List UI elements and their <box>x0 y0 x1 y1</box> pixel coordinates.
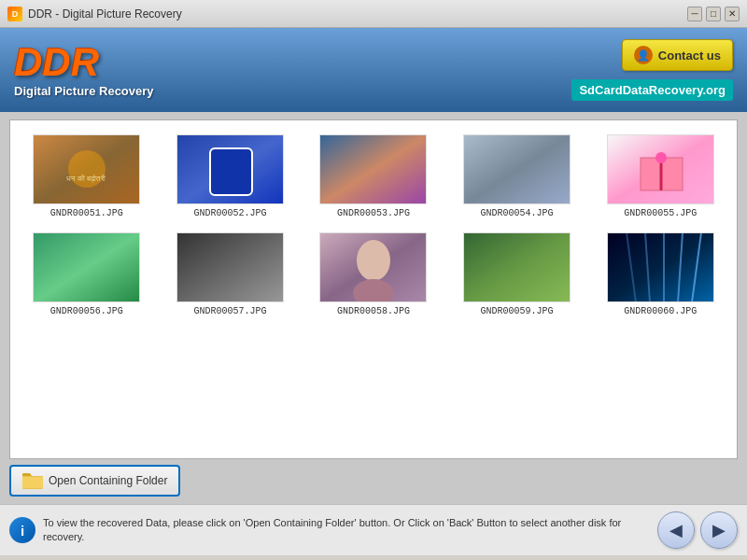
status-bar: i To view the recovered Data, please cli… <box>0 504 747 555</box>
open-folder-label: Open Containing Folder <box>49 474 167 487</box>
thumbnail-image <box>34 232 139 302</box>
info-icon: i <box>9 517 35 543</box>
thumbnail-image <box>608 232 713 302</box>
thumbnail-label: GNDR00054.JPG <box>481 208 554 218</box>
gallery-item[interactable]: धन की बढ़ोतरीGNDR00051.JPG <box>20 134 154 218</box>
window-title: DDR - Digital Picture Recovery <box>28 7 182 21</box>
thumbnail-image <box>320 134 426 204</box>
svg-rect-16 <box>464 232 570 302</box>
contact-button[interactable]: 👤 Contact us <box>622 39 733 71</box>
header: DDR Digital Picture Recovery 👤 Contact u… <box>0 28 747 112</box>
website-badge: SdCardDataRecovery.org <box>571 79 733 101</box>
thumbnail-image <box>177 134 283 204</box>
minimize-button[interactable]: ─ <box>687 7 702 21</box>
ddr-logo: DDR <box>14 43 154 82</box>
svg-rect-5 <box>320 134 426 204</box>
thumbnail-wrapper <box>33 232 140 302</box>
thumbnail-label: GNDR00057.JPG <box>193 306 266 316</box>
svg-point-10 <box>655 152 667 163</box>
app-subtitle: Digital Picture Recovery <box>14 84 154 98</box>
thumbnail-label: GNDR00051.JPG <box>50 208 123 218</box>
svg-text:धन की बढ़ोतरी: धन की बढ़ोतरी <box>66 174 106 183</box>
gallery-grid: धन की बढ़ोतरीGNDR00051.JPGGNDR00052.JPGG… <box>20 134 727 316</box>
thumbnail-wrapper <box>176 232 284 302</box>
thumbnail-wrapper <box>607 134 714 204</box>
svg-point-14 <box>357 240 390 281</box>
folder-icon <box>22 472 43 489</box>
header-left: DDR Digital Picture Recovery <box>14 43 154 98</box>
app-icon: D <box>7 7 22 21</box>
svg-rect-4 <box>210 148 252 195</box>
thumbnail-image <box>464 134 570 204</box>
title-bar-left: D DDR - Digital Picture Recovery <box>7 7 182 21</box>
gallery-item[interactable]: GNDR00052.JPG <box>163 134 298 218</box>
gallery-panel: धन की बढ़ोतरीGNDR00051.JPGGNDR00052.JPGG… <box>9 119 738 459</box>
close-button[interactable]: ✕ <box>725 7 740 21</box>
thumbnail-label: GNDR00059.JPG <box>481 306 554 316</box>
gallery-item[interactable]: GNDR00053.JPG <box>306 134 441 218</box>
gallery-item[interactable]: GNDR00055.JPG <box>593 134 727 218</box>
gallery-scroll-area[interactable]: धन की बढ़ोतरीGNDR00051.JPGGNDR00052.JPGG… <box>10 120 737 458</box>
thumbnail-wrapper <box>463 232 571 302</box>
thumbnail-wrapper <box>176 134 284 204</box>
thumbnail-label: GNDR00056.JPG <box>50 306 123 316</box>
gallery-item[interactable]: GNDR00058.JPG <box>306 232 441 316</box>
back-icon: ◀ <box>669 520 683 540</box>
open-folder-button[interactable]: Open Containing Folder <box>9 465 180 497</box>
maximize-button[interactable]: □ <box>706 7 721 21</box>
header-right: 👤 Contact us SdCardDataRecovery.org <box>571 39 733 101</box>
contact-icon: 👤 <box>634 46 653 64</box>
gallery-item[interactable]: GNDR00057.JPG <box>163 232 298 316</box>
thumbnail-image: धन की बढ़ोतरी <box>34 134 139 204</box>
thumbnail-label: GNDR00060.JPG <box>624 306 697 316</box>
nav-buttons: ◀ ▶ <box>657 511 738 549</box>
thumbnail-wrapper: धन की बढ़ोतरी <box>33 134 140 204</box>
svg-rect-12 <box>177 232 283 302</box>
bottom-toolbar: Open Containing Folder <box>9 465 738 497</box>
thumbnail-image <box>464 232 570 302</box>
thumbnail-wrapper <box>319 134 427 204</box>
thumbnail-image <box>177 232 283 302</box>
thumbnail-label: GNDR00053.JPG <box>337 208 410 218</box>
gallery-item[interactable]: GNDR00056.JPG <box>20 232 154 316</box>
gallery-item[interactable]: GNDR00060.JPG <box>593 232 727 316</box>
thumbnail-image <box>608 134 713 204</box>
svg-rect-11 <box>34 232 139 302</box>
forward-button[interactable]: ▶ <box>700 511 738 549</box>
svg-rect-17 <box>608 232 713 302</box>
thumbnail-wrapper <box>319 232 427 302</box>
svg-rect-24 <box>22 477 43 488</box>
thumbnail-wrapper <box>463 134 571 204</box>
gallery-item[interactable]: GNDR00054.JPG <box>450 134 585 218</box>
thumbnail-image <box>320 232 426 302</box>
thumbnail-label: GNDR00052.JPG <box>193 208 266 218</box>
gallery-item[interactable]: GNDR00059.JPG <box>450 232 585 316</box>
contact-label: Contact us <box>658 49 721 63</box>
forward-icon: ▶ <box>712 520 726 540</box>
svg-rect-6 <box>464 134 570 204</box>
thumbnail-label: GNDR00055.JPG <box>624 208 697 218</box>
title-bar-controls: ─ □ ✕ <box>687 7 740 21</box>
back-button[interactable]: ◀ <box>657 511 695 549</box>
title-bar: D DDR - Digital Picture Recovery ─ □ ✕ <box>0 0 747 28</box>
thumbnail-label: GNDR00058.JPG <box>337 306 410 316</box>
thumbnail-wrapper <box>607 232 714 302</box>
main-content: धन की बढ़ोतरीGNDR00051.JPGGNDR00052.JPGG… <box>0 112 747 504</box>
status-text: To view the recovered Data, please click… <box>43 516 650 545</box>
